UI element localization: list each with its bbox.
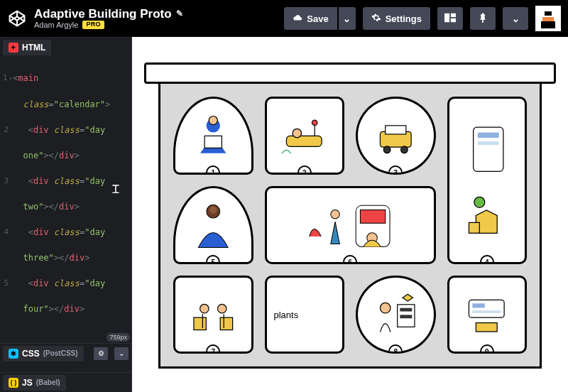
building-roof [144,62,556,84]
plants-box: plants [265,276,345,354]
css-panel: ✱ CSS (PostCSS) ⚙ ⌄ 1@use postcss- neste… [0,343,131,372]
gear-icon [371,13,381,25]
window-badge: 9 [480,344,494,354]
svg-rect-18 [478,133,499,138]
resize-width-indicator[interactable]: 759px [106,333,130,342]
window-badge: 7 [206,344,220,354]
window-badge: 2 [297,165,312,175]
author-name[interactable]: Adam Argyle [34,21,78,29]
window-1: 1 [173,97,253,175]
pen-title[interactable]: Adaptive Building Proto [34,8,172,21]
svg-rect-21 [469,223,480,234]
js-panel-header: ( ) JS (Babel) [0,372,131,392]
codepen-logo[interactable] [7,9,27,28]
svg-point-16 [401,146,408,153]
pin-icon [479,13,487,25]
svg-point-26 [331,209,339,218]
building-illustration: 1 2 3 4 [144,41,556,369]
window-9: 9 [447,276,528,354]
html-panel: ✦ HTML 1<main class="calendar"> 2 <div c… [0,37,131,343]
save-button[interactable]: Save [284,7,337,30]
chevron-down-icon: ⌄ [343,13,351,24]
css-settings-button[interactable]: ⚙ [94,347,108,360]
settings-button[interactable]: Settings [363,7,430,30]
window-5: 5 [173,186,253,264]
html-panel-header: ✦ HTML [0,37,131,57]
cloud-icon [293,13,302,24]
window-badge: 3 [388,165,403,175]
window-4: 4 [447,97,528,264]
save-dropdown-button[interactable]: ⌄ [339,7,356,30]
window-badge: 5 [206,255,220,264]
window-badge: 4 [480,255,494,264]
window-badge: 8 [388,344,403,354]
editors-column: ✦ HTML 1<main class="calendar"> 2 <div c… [0,37,132,392]
svg-rect-35 [400,307,412,311]
css-editor[interactable]: 1@use postcss- nested; 2 3.calendar { 4 … [0,363,131,372]
chevron-down-icon: ⌄ [119,349,124,357]
overflow-button[interactable]: ⌄ [503,7,528,30]
html-editor[interactable]: 1<main class="calendar"> 2 <div class="d… [0,57,131,343]
svg-rect-5 [451,18,456,21]
svg-point-15 [383,146,390,153]
main-body: ✦ HTML 1<main class="calendar"> 2 <div c… [0,37,568,392]
css-panel-header: ✱ CSS (PostCSS) ⚙ ⌄ [0,343,131,363]
window-2: 2 [265,97,345,175]
title-block: Adaptive Building Proto ✎ Adam Argyle PR… [34,8,183,30]
window-6: 6 [265,186,436,264]
svg-rect-14 [386,125,406,134]
window-7: 7 [173,276,253,354]
css-dropdown-button[interactable]: ⌄ [114,347,129,360]
js-badge-icon: ( ) [9,378,18,388]
window-badge: 6 [343,255,357,264]
svg-rect-29 [220,317,232,330]
layout-icon [444,13,456,25]
window-badge: 1 [206,165,220,175]
css-tab[interactable]: ✱ CSS (PostCSS) [3,346,84,361]
header-bar: Adaptive Building Proto ✎ Adam Argyle PR… [0,0,568,37]
js-panel: ( ) JS (Babel) [0,372,131,392]
svg-point-20 [474,197,485,208]
svg-point-10 [293,129,302,137]
css-badge-icon: ✱ [9,349,18,359]
svg-point-30 [200,304,209,312]
window-8: 8 [356,276,436,354]
svg-point-37 [380,303,390,313]
gear-icon: ⚙ [98,349,104,357]
preview-pane: 1 2 3 4 [132,37,568,392]
svg-rect-39 [473,303,485,307]
html-badge-icon: ✦ [9,43,18,53]
svg-rect-25 [361,209,386,223]
svg-rect-7 [204,136,222,148]
svg-rect-41 [476,322,498,331]
html-tab[interactable]: ✦ HTML [3,40,51,55]
window-3: 3 [356,97,436,175]
svg-point-8 [209,116,217,124]
app-root: Adaptive Building Proto ✎ Adam Argyle PR… [0,0,568,392]
svg-rect-19 [478,141,499,145]
svg-rect-3 [444,13,449,21]
svg-rect-4 [451,13,456,16]
chevron-down-icon: ⌄ [512,13,520,24]
svg-rect-40 [473,310,501,313]
svg-point-31 [217,304,226,312]
svg-rect-9 [287,136,322,146]
plants-label: plants [274,310,299,320]
svg-rect-28 [194,317,206,330]
pro-badge: PRO [82,21,104,29]
edit-title-icon[interactable]: ✎ [176,9,183,18]
layout-button[interactable] [437,7,463,30]
svg-rect-36 [400,315,412,318]
user-avatar[interactable] [535,6,561,31]
svg-point-11 [312,120,317,125]
js-tab[interactable]: ( ) JS (Babel) [3,375,66,391]
pin-button[interactable] [470,7,496,30]
svg-rect-38 [469,300,505,317]
svg-point-23 [209,206,217,213]
